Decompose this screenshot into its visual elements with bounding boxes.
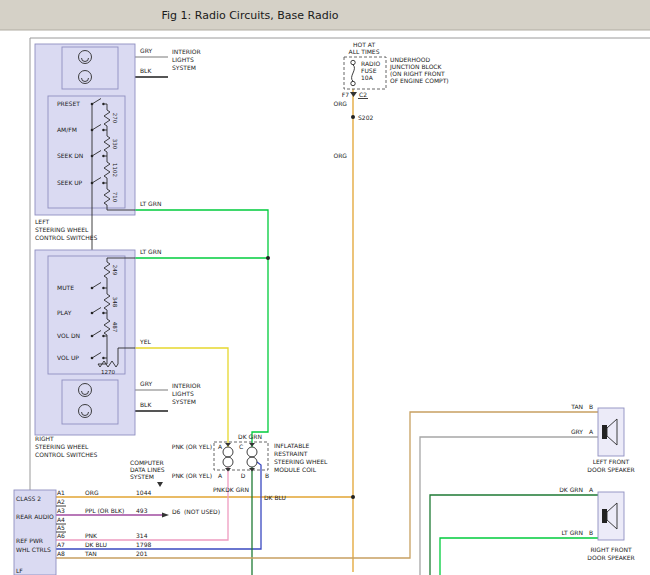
pin-label: A xyxy=(218,443,223,450)
pin-label: A6 xyxy=(57,532,65,539)
circuit-number: 493 xyxy=(136,507,148,514)
coil-module-label: INFLATABLE xyxy=(274,442,310,449)
wire-label-gry: GRY xyxy=(140,380,152,387)
pin-label: A7 xyxy=(57,541,65,548)
wire-label-dkblu: DK BLU xyxy=(85,541,107,548)
pin-label: A4 xyxy=(57,516,65,523)
circuit-number: 1798 xyxy=(136,541,151,548)
pin-label: A xyxy=(589,486,594,493)
interior-lights-label: SYSTEM xyxy=(172,64,196,71)
resistor-value: 710 xyxy=(112,192,118,203)
resistor-value: 1102 xyxy=(112,163,118,177)
left-front-door-speaker: TAN B GRY A LEFT FRONT DOOR SPEAKER xyxy=(570,403,634,473)
computer-data-label: DATA LINES xyxy=(130,466,165,473)
computer-data-label: SYSTEM xyxy=(130,473,154,480)
junction-block-label: OF ENGINE COMPT) xyxy=(390,77,449,84)
pin-label: A xyxy=(589,428,594,435)
pin-label: C xyxy=(239,443,243,450)
wire-label-gry: GRY xyxy=(140,47,152,54)
assembly-label: CONTROL SWITCHES xyxy=(35,234,98,241)
fuse-pin-label: F7 xyxy=(342,91,349,98)
coil-module-label: STEERING WHEEL xyxy=(274,458,328,465)
interior-lights-label: LIGHTS xyxy=(172,390,194,397)
speaker-box xyxy=(598,408,624,456)
wire-label-dkgrn: DK GRN xyxy=(559,486,583,493)
pin-label: D xyxy=(241,472,246,479)
pin-label: B xyxy=(589,403,593,410)
assembly-label: STEERING WHEEL xyxy=(35,443,89,450)
wire-label-pnk: PNK xyxy=(85,532,98,539)
wire-label-org: ORG xyxy=(333,100,347,107)
computer-data-lines: COMPUTER DATA LINES SYSTEM xyxy=(130,459,165,487)
system-arrow-icon xyxy=(157,482,163,487)
pin-label: A xyxy=(218,472,223,479)
circuit-number: 201 xyxy=(136,550,148,557)
right-assembly-box xyxy=(35,250,135,435)
wire-label-yel: YEL xyxy=(139,338,151,345)
radio-function-label: CLASS 2 xyxy=(16,495,41,502)
speaker-label: LEFT FRONT xyxy=(593,458,630,465)
fuse-icon xyxy=(351,60,355,85)
assembly-label: CONTROL SWITCHES xyxy=(35,451,98,458)
wire-label-blk: BLK xyxy=(140,401,152,408)
wire-label-pnk-or-yel: PNK (OR YEL) xyxy=(172,472,212,479)
switch-label: SEEK UP xyxy=(57,179,83,186)
wires xyxy=(56,57,598,575)
wire-label-ppl: PPL (OR BLK) xyxy=(85,507,124,514)
interior-lights-label: LIGHTS xyxy=(172,56,194,63)
connector-arrow-icon xyxy=(350,92,357,97)
speaker-label: RIGHT FRONT xyxy=(590,546,632,553)
wire-label-tan: TAN xyxy=(84,550,97,557)
hot-at-all-times-label: ALL TIMES xyxy=(349,48,380,55)
computer-data-label: COMPUTER xyxy=(130,459,164,466)
wire-label-dkgrn: DK GRN xyxy=(238,433,262,440)
interior-lights-label: INTERIOR xyxy=(172,382,201,389)
wire-label-gry: GRY xyxy=(571,428,583,435)
wire-arrow-icon xyxy=(162,513,169,518)
junction-dot xyxy=(351,495,355,499)
resistor-value: 487 xyxy=(112,322,118,333)
resistor-value: 348 xyxy=(112,297,118,308)
switch-label: PLAY xyxy=(57,309,72,316)
radio-connector: CLASS 2 REAR AUDIO REF PWR WHL CTRLS LF … xyxy=(14,489,220,575)
radio-function-label: REAR AUDIO xyxy=(16,513,54,520)
pin-label: B xyxy=(589,529,593,536)
resistor-value: 330 xyxy=(112,139,118,150)
resistor-value: 270 xyxy=(112,113,118,124)
circuit-number: 314 xyxy=(136,532,148,539)
junction-dot xyxy=(266,256,270,260)
switch-label: MUTE xyxy=(57,284,74,291)
interior-lights-label: SYSTEM xyxy=(172,398,196,405)
radio-function-label: LF xyxy=(16,567,23,574)
series-resistor-value: 1270 xyxy=(101,369,115,375)
wire-label-blk: BLK xyxy=(140,67,152,74)
fuse-label: 10A xyxy=(361,74,374,81)
speaker-box xyxy=(598,492,624,540)
right-switch-assembly: MUTE 249 PLAY 348 VOL DN 487 VOL UP 1270… xyxy=(35,248,201,458)
pin-label: B xyxy=(265,472,269,479)
wire-label-org: ORG xyxy=(333,152,347,159)
coil-module-label: MODULE COIL xyxy=(274,466,317,473)
figure-title: Fig 1: Radio Circuits, Base Radio xyxy=(162,9,339,22)
title-bar: Fig 1: Radio Circuits, Base Radio xyxy=(0,0,650,30)
junction-block-label: (ON RIGHT FRONT xyxy=(390,70,445,77)
wire-label-dkgrn: DK GRN xyxy=(225,486,249,493)
switch-label: VOL UP xyxy=(57,354,79,361)
resistor-value: 249 xyxy=(112,265,118,276)
radio-function-label: REF PWR xyxy=(16,537,43,544)
pin-label: A8 xyxy=(57,550,65,557)
wiring-diagram: Fig 1: Radio Circuits, Base Radio GRY BL… xyxy=(0,0,650,575)
circuit-number: 1044 xyxy=(136,489,151,496)
splice-label: S202 xyxy=(358,114,373,121)
connector-label: C2 xyxy=(359,91,367,98)
coil-module-label: RESTRAINT xyxy=(274,450,308,457)
speaker-label: DOOR SPEAKER xyxy=(587,554,634,561)
speaker-label: DOOR SPEAKER xyxy=(587,466,634,473)
wire-label-pnk-or-yel: PNK (OR YEL) xyxy=(172,443,212,450)
switch-label: VOL DN xyxy=(57,332,80,339)
assembly-label: RIGHT xyxy=(35,435,54,442)
right-front-door-speaker: DK GRN A LT GRN B RIGHT FRONT DOOR SPEAK… xyxy=(559,486,634,561)
wire-ltgrn-speaker xyxy=(440,538,598,575)
wire-label-dkblu: DK BLU xyxy=(264,494,286,501)
assembly-label: LEFT xyxy=(35,218,49,225)
